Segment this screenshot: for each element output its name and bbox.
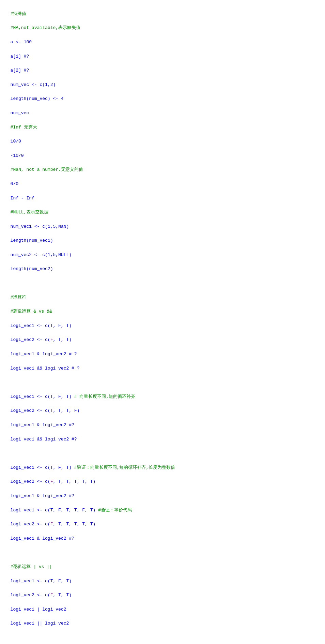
line-a2: a[2] #?: [11, 68, 29, 73]
line-and-single: logi_vec1 & logi_vec2 # ?: [11, 351, 77, 357]
line-length-assign: length(num_vec) <- 4: [11, 96, 64, 101]
line-neg10div0: -10/0: [11, 153, 24, 158]
line-logvec2-3: logi_vec2 <- c(F, T, T, T, T, T): [11, 479, 96, 484]
line-or-single: logi_vec1 | logi_vec2: [11, 607, 66, 612]
line-length-numvec1: length(num_vec1): [11, 238, 53, 243]
line-and-single-4: logi_vec1 & logi_vec2 #?: [11, 536, 74, 541]
line-logvec2-4: logi_vec2 <- c(F, T, T, T, T, T): [11, 522, 96, 527]
line-10div0: 10/0: [11, 139, 21, 144]
line-logvec1-1: logi_vec1 <- c(T, F, T): [11, 323, 72, 328]
line-logvec1-3: logi_vec1 <- c(T, F, T) #验证：向量长度不同,短的循环补…: [11, 465, 175, 470]
line-logvec1-5: logi_vec1 <- c(T, F, T): [11, 579, 72, 584]
line-a-assign: a <- 100: [11, 40, 32, 45]
line-logvec2-2: logi_vec2 <- c(T, T, T, F): [11, 408, 80, 413]
line-special-values-header: #特殊值: [11, 11, 27, 16]
line-length-numvec2: length(num_vec2): [11, 266, 53, 271]
line-logvec2-1: logi_vec2 <- c(F, T, T): [11, 337, 72, 342]
line-or-comment: #逻辑运算 | vs ||: [11, 564, 52, 569]
line-or-double: logi_vec1 || logi_vec2: [11, 621, 69, 626]
line-a1: a[1] #?: [11, 54, 29, 59]
line-numvec-assign: num_vec <- c(1,2): [11, 82, 56, 87]
line-logvec1-2: logi_vec1 <- c(T, F, T) # 向量长度不同,短的循环补齐: [11, 394, 136, 399]
line-numvec2: num_vec2 <- c(1,5,NULL): [11, 252, 72, 257]
line-logvec2-5: logi_vec2 <- c(F, T, T): [11, 593, 72, 598]
line-and-single-2: logi_vec1 & logi_vec2 #?: [11, 422, 74, 428]
line-na-comment: #NA,not available,表示缺失值: [11, 25, 80, 30]
line-and-double-2: logi_vec1 && logi_vec2 #?: [11, 437, 77, 442]
line-operator-comment: #运算符: [11, 295, 27, 300]
line-and-single-3: logi_vec1 & logi_vec2 #?: [11, 493, 74, 498]
line-inf-inf: Inf - Inf: [11, 196, 34, 201]
line-logvec1-4: logi_vec1 <- c(T, F, T, T, F, T) #验证：等价代…: [11, 508, 132, 513]
line-numvec: num_vec: [11, 110, 29, 116]
line-null-comment: #NULL,表示空数据: [11, 210, 49, 215]
line-inf-comment: #Inf 无穷大: [11, 125, 37, 130]
line-numvec1: num_vec1 <- c(1,5,NaN): [11, 224, 69, 229]
line-nan-comment: #NaN, not a number,无意义的值: [11, 167, 83, 172]
line-and-double: logi_vec1 && logi_vec2 # ?: [11, 366, 80, 371]
code-editor: #特殊值 #NA,not available,表示缺失值 a <- 100 a[…: [5, 3, 320, 644]
line-logic-comment: #逻辑运算 & vs &&: [11, 309, 52, 314]
line-0div0: 0/0: [11, 181, 18, 186]
